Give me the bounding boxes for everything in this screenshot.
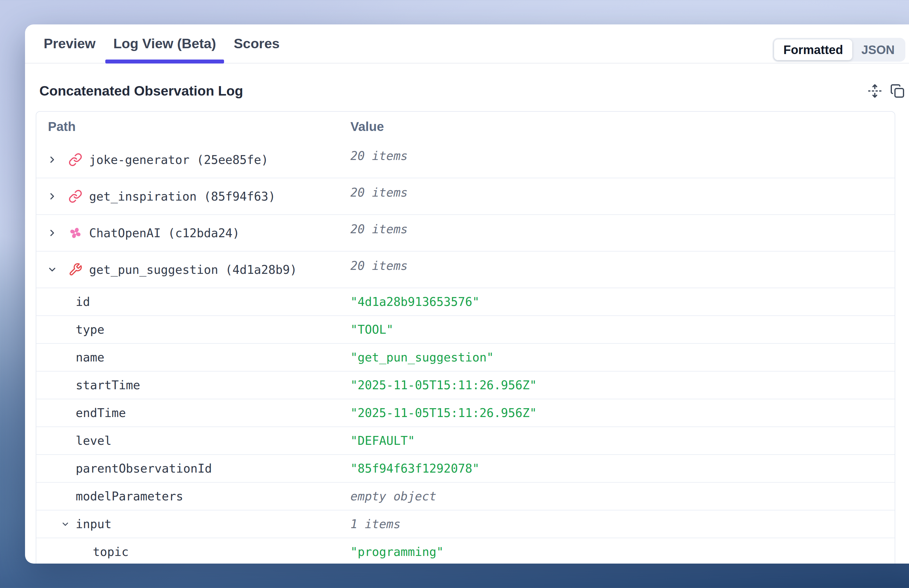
tree-row: topic"programming" bbox=[36, 538, 894, 564]
tree-row[interactable]: joke-generator (25ee85fe)20 items bbox=[36, 142, 894, 178]
table-header-row: Path Value bbox=[36, 112, 894, 142]
chevron-right-icon[interactable] bbox=[47, 228, 57, 238]
path-cell: name bbox=[36, 344, 350, 371]
tab-scores[interactable]: Scores bbox=[226, 24, 287, 63]
chevron-right-icon[interactable] bbox=[47, 191, 57, 202]
path-cell: modelParameters bbox=[36, 483, 350, 510]
unfold-vertical-icon bbox=[867, 94, 882, 99]
node-label: ChatOpenAI (c12bda24) bbox=[89, 226, 240, 240]
key-label: startTime bbox=[76, 378, 140, 392]
key-label: id bbox=[76, 295, 90, 309]
tree-row: parentObservationId"85f94f63f1292078" bbox=[36, 454, 894, 482]
tree-row: level"DEFAULT" bbox=[36, 426, 894, 454]
key-label: topic bbox=[93, 545, 129, 559]
tab-bar: Preview Log View (Beta) Scores Formatted… bbox=[25, 24, 909, 63]
value-cell: 20 items bbox=[350, 178, 894, 214]
path-cell: input bbox=[36, 510, 350, 538]
value-cell: "DEFAULT" bbox=[350, 427, 894, 454]
format-toggle: Formatted JSON bbox=[773, 38, 905, 62]
string-value: "85f94f63f1292078" bbox=[350, 462, 480, 475]
chevron-right-icon[interactable] bbox=[47, 155, 57, 165]
tree-row[interactable]: get_inspiration (85f94f63)20 items bbox=[36, 178, 894, 214]
section-actions bbox=[867, 84, 905, 98]
tree-row[interactable]: input1 items bbox=[36, 510, 894, 538]
node-label: joke-generator (25ee85fe) bbox=[89, 153, 268, 167]
node-label: get_inspiration (85f94f63) bbox=[89, 190, 275, 204]
string-value: "2025-11-05T15:11:26.956Z" bbox=[350, 378, 537, 392]
path-cell: endTime bbox=[36, 399, 350, 426]
string-value: "DEFAULT" bbox=[350, 434, 415, 447]
value-cell: 1 items bbox=[350, 510, 894, 538]
tree-row: type"TOOL" bbox=[36, 315, 894, 343]
path-cell: get_pun_suggestion (4d1a28b9) bbox=[36, 252, 350, 288]
value-cell: "2025-11-05T15:11:26.956Z" bbox=[350, 372, 894, 399]
link-icon bbox=[68, 153, 82, 167]
value-cell: empty object bbox=[350, 483, 894, 510]
generation-icon bbox=[68, 226, 82, 240]
string-value: "programming" bbox=[350, 545, 444, 559]
value-cell: 20 items bbox=[350, 252, 894, 288]
chevron-down-icon[interactable] bbox=[61, 520, 70, 529]
copy-icon bbox=[890, 94, 905, 99]
string-value: "4d1a28b913653576" bbox=[350, 295, 480, 309]
observation-log-table: Path Value joke-generator (25ee85fe)20 i… bbox=[36, 111, 895, 564]
meta-value: 20 items bbox=[350, 259, 408, 273]
key-label: name bbox=[76, 351, 104, 364]
key-label: parentObservationId bbox=[76, 462, 212, 475]
path-cell: topic bbox=[36, 538, 350, 564]
path-cell: get_inspiration (85f94f63) bbox=[36, 178, 350, 214]
meta-value: 20 items bbox=[350, 186, 408, 199]
value-cell: 20 items bbox=[350, 215, 894, 251]
wrench-icon bbox=[68, 263, 82, 276]
key-label: modelParameters bbox=[76, 489, 183, 503]
tree-row[interactable]: ChatOpenAI (c12bda24)20 items bbox=[36, 214, 894, 251]
value-cell: "85f94f63f1292078" bbox=[350, 455, 894, 482]
chevron-down-icon[interactable] bbox=[47, 264, 57, 275]
tab-preview[interactable]: Preview bbox=[36, 24, 103, 63]
path-cell: type bbox=[36, 316, 350, 343]
path-cell: ChatOpenAI (c12bda24) bbox=[36, 215, 350, 251]
string-value: "get_pun_suggestion" bbox=[350, 351, 494, 364]
expand-all-button[interactable] bbox=[867, 84, 882, 98]
section-header: Concatenated Observation Log bbox=[39, 83, 905, 99]
meta-value: empty object bbox=[350, 489, 436, 503]
link-icon bbox=[68, 189, 82, 204]
key-label: endTime bbox=[76, 406, 126, 420]
value-cell: "2025-11-05T15:11:26.956Z" bbox=[350, 399, 894, 426]
string-value: "TOOL" bbox=[350, 323, 394, 336]
column-header-value: Value bbox=[350, 112, 894, 142]
meta-value: 20 items bbox=[350, 222, 408, 236]
column-header-path: Path bbox=[36, 112, 350, 142]
value-cell: "get_pun_suggestion" bbox=[350, 344, 894, 371]
copy-log-button[interactable] bbox=[890, 84, 905, 98]
value-cell: "4d1a28b913653576" bbox=[350, 288, 894, 315]
tab-log-view[interactable]: Log View (Beta) bbox=[105, 24, 224, 63]
key-label: type bbox=[76, 323, 104, 336]
tree-row: modelParametersempty object bbox=[36, 482, 894, 510]
value-cell: 20 items bbox=[350, 142, 894, 178]
trace-detail-card: Preview Log View (Beta) Scores Formatted… bbox=[25, 24, 909, 564]
path-cell: joke-generator (25ee85fe) bbox=[36, 142, 350, 178]
path-cell: parentObservationId bbox=[36, 455, 350, 482]
key-label: input bbox=[76, 517, 111, 531]
tree-row: startTime"2025-11-05T15:11:26.956Z" bbox=[36, 371, 894, 399]
meta-value: 20 items bbox=[350, 149, 408, 163]
tree-row: id"4d1a28b913653576" bbox=[36, 288, 894, 315]
meta-value: 1 items bbox=[350, 517, 400, 531]
key-label: level bbox=[76, 434, 111, 447]
tree-row[interactable]: get_pun_suggestion (4d1a28b9)20 items bbox=[36, 251, 894, 288]
toggle-option-formatted[interactable]: Formatted bbox=[774, 39, 852, 60]
path-cell: id bbox=[36, 288, 350, 315]
section-title: Concatenated Observation Log bbox=[39, 83, 243, 99]
value-cell: "TOOL" bbox=[350, 316, 894, 343]
string-value: "2025-11-05T15:11:26.956Z" bbox=[350, 406, 537, 420]
path-cell: level bbox=[36, 427, 350, 454]
tree-row: endTime"2025-11-05T15:11:26.956Z" bbox=[36, 399, 894, 426]
path-cell: startTime bbox=[36, 372, 350, 399]
value-cell: "programming" bbox=[350, 538, 894, 564]
toggle-option-json[interactable]: JSON bbox=[852, 39, 904, 60]
node-label: get_pun_suggestion (4d1a28b9) bbox=[89, 263, 297, 276]
tree-row: name"get_pun_suggestion" bbox=[36, 343, 894, 371]
